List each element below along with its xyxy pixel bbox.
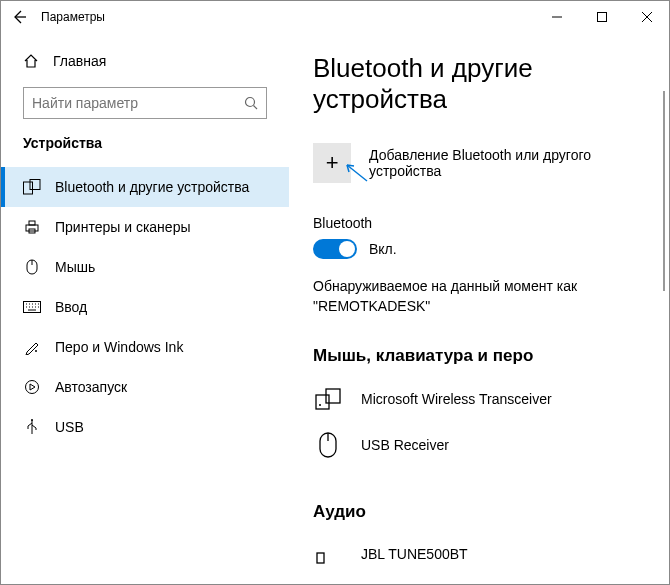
autoplay-icon [23,379,41,395]
bluetooth-state-label: Вкл. [369,241,397,257]
svg-point-14 [319,404,321,406]
device-name: JBL TUNE500BT [361,546,468,562]
home-link[interactable]: Главная [1,43,289,79]
discoverable-text: Обнаруживаемое на данный момент как "REM… [313,277,653,316]
sidebar-section-header: Устройства [1,135,289,159]
bluetooth-toggle[interactable] [313,239,357,259]
minimize-icon [552,12,562,22]
svg-rect-16 [317,553,324,563]
device-item[interactable]: JBL TUNE500BT [313,536,653,578]
device-name: USB Receiver [361,437,449,453]
sidebar-item-usb[interactable]: USB [1,407,289,447]
sidebar-item-label: Bluetooth и другие устройства [55,179,249,195]
transceiver-icon [313,388,343,410]
headphones-icon [313,544,343,564]
device-item[interactable]: USB Receiver [313,424,653,472]
home-label: Главная [53,53,106,69]
svg-rect-3 [30,180,40,190]
printer-icon [23,219,41,235]
close-button[interactable] [624,1,669,33]
section-heading-mouse-keyboard: Мышь, клавиатура и перо [313,346,653,366]
sidebar-item-typing[interactable]: Ввод [1,287,289,327]
content-pane: Bluetooth и другие устройства + Добавлен… [289,33,669,584]
sidebar-item-label: Ввод [55,299,87,315]
svg-rect-12 [316,395,329,409]
home-icon [23,53,39,69]
pen-icon [23,339,41,355]
window-controls [534,1,669,33]
sidebar-item-label: Мышь [55,259,95,275]
sidebar-item-pen[interactable]: Перо и Windows Ink [1,327,289,367]
sidebar-item-autoplay[interactable]: Автозапуск [1,367,289,407]
svg-rect-2 [24,182,33,194]
device-item[interactable]: Microsoft Wireless Transceiver [313,380,653,424]
sidebar-item-label: USB [55,419,84,435]
svg-point-10 [26,381,39,394]
sidebar-item-printers[interactable]: Принтеры и сканеры [1,207,289,247]
bluetooth-heading: Bluetooth [313,215,653,231]
sidebar-item-bluetooth[interactable]: Bluetooth и другие устройства [1,167,289,207]
scrollbar[interactable] [663,91,665,291]
svg-rect-5 [29,221,35,225]
back-button[interactable] [11,9,41,25]
maximize-button[interactable] [579,1,624,33]
search-box[interactable] [23,87,267,119]
sidebar-nav: Bluetooth и другие устройства Принтеры и… [1,167,289,447]
window-title: Параметры [41,10,105,24]
sidebar-item-label: Принтеры и сканеры [55,219,190,235]
titlebar: Параметры [1,1,669,33]
search-icon [244,96,258,110]
svg-point-9 [35,350,37,352]
add-device-label: Добавление Bluetooth или другого устройс… [369,147,653,179]
sidebar-item-mouse[interactable]: Мышь [1,247,289,287]
mouse-device-icon [313,432,343,458]
svg-point-1 [246,98,255,107]
page-title: Bluetooth и другие устройства [313,53,653,115]
sidebar-item-label: Автозапуск [55,379,127,395]
svg-rect-0 [597,13,606,22]
svg-rect-4 [26,225,38,231]
usb-icon [23,419,41,435]
sidebar: Главная Устройства Bluetooth и другие ус… [1,33,289,584]
mouse-icon [23,259,41,275]
keyboard-icon [23,301,41,313]
annotation-arrow-icon [341,161,371,185]
sidebar-item-label: Перо и Windows Ink [55,339,183,355]
device-icon [23,179,41,195]
svg-point-11 [31,419,33,421]
maximize-icon [597,12,607,22]
close-icon [642,12,652,22]
minimize-button[interactable] [534,1,579,33]
svg-rect-13 [326,389,340,403]
section-heading-audio: Аудио [313,502,653,522]
search-input[interactable] [32,95,244,111]
arrow-left-icon [11,9,27,25]
device-name: Microsoft Wireless Transceiver [361,391,552,407]
